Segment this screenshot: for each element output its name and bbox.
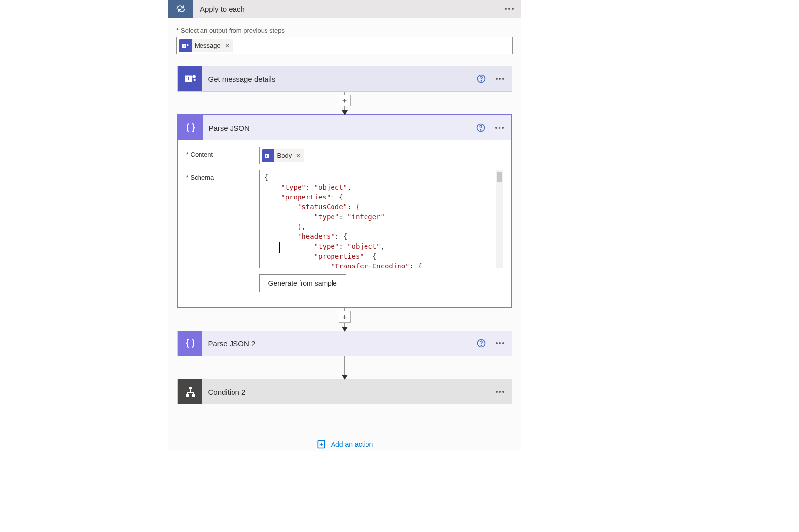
svg-point-16 [480, 130, 481, 130]
svg-point-17 [495, 127, 497, 129]
parse-json-icon [178, 115, 203, 140]
svg-point-23 [481, 345, 481, 346]
parse-json-2-card[interactable]: Parse JSON 2 [177, 331, 512, 356]
help-button[interactable] [474, 72, 488, 86]
svg-point-30 [496, 391, 498, 393]
teams-icon: T [178, 66, 202, 91]
loop-icon [168, 0, 193, 18]
condition-icon [178, 379, 202, 404]
condition-2-title: Condition 2 [202, 388, 493, 396]
schema-label: *Schema [186, 170, 259, 181]
svg-point-19 [502, 127, 504, 129]
content-label: *Content [186, 147, 259, 158]
svg-point-14 [502, 78, 504, 80]
parse-json-icon [178, 331, 202, 356]
svg-point-5 [187, 44, 189, 46]
content-input[interactable]: T Body ✕ [259, 147, 503, 164]
get-message-details-card[interactable]: T Get message details [177, 66, 512, 92]
svg-point-25 [499, 342, 501, 344]
svg-point-8 [192, 75, 196, 78]
body-token-remove[interactable]: ✕ [295, 152, 301, 159]
schema-textarea[interactable]: { "type": "object", "properties": { "sta… [259, 170, 503, 268]
svg-text:T: T [183, 44, 185, 47]
svg-rect-28 [186, 394, 189, 397]
add-an-action-button[interactable]: Add an action [168, 434, 521, 451]
message-token-remove[interactable]: ✕ [224, 42, 231, 49]
select-output-input[interactable]: T Message ✕ [176, 37, 513, 54]
svg-point-24 [496, 342, 498, 344]
help-button[interactable] [474, 336, 488, 350]
message-token-label: Message [195, 42, 221, 49]
svg-point-0 [505, 8, 507, 10]
apply-to-each-title: Apply to each [193, 5, 498, 13]
get-message-details-title: Get message details [202, 75, 474, 83]
insert-step-button[interactable]: ＋ [339, 311, 351, 323]
more-button[interactable] [493, 72, 507, 86]
svg-point-18 [499, 127, 500, 129]
help-button[interactable] [474, 121, 488, 134]
svg-point-11 [481, 81, 481, 81]
parse-json-title: Parse JSON [203, 124, 474, 132]
apply-to-each-body: *Select an output from previous steps T … [168, 18, 521, 451]
connector: ＋ [177, 308, 512, 331]
svg-point-26 [502, 342, 504, 344]
insert-step-button[interactable]: ＋ [339, 95, 351, 106]
connector [177, 356, 512, 379]
svg-text:T: T [266, 154, 268, 157]
teams-icon: T [179, 39, 192, 52]
teams-icon: T [262, 149, 274, 162]
svg-point-13 [499, 78, 501, 80]
select-output-label: *Select an output from previous steps [176, 27, 513, 34]
svg-point-31 [499, 391, 501, 393]
svg-text:T: T [186, 75, 190, 81]
connector: ＋ [177, 92, 512, 114]
body-token[interactable]: T Body ✕ [262, 149, 305, 162]
svg-point-12 [496, 78, 498, 80]
parse-json-2-title: Parse JSON 2 [202, 339, 474, 348]
parse-json-card[interactable]: Parse JSON *Content [177, 114, 512, 308]
body-token-label: Body [277, 152, 292, 159]
apply-to-each-more-button[interactable] [498, 0, 521, 18]
svg-point-9 [193, 79, 195, 81]
flow-canvas: Apply to each *Select an output from pre… [0, 0, 799, 532]
more-button[interactable] [493, 385, 507, 399]
svg-rect-27 [189, 387, 192, 389]
apply-to-each-header[interactable]: Apply to each [168, 0, 521, 18]
text-cursor [279, 242, 280, 253]
svg-rect-29 [192, 394, 195, 397]
message-token[interactable]: T Message ✕ [179, 39, 233, 52]
more-button[interactable] [493, 121, 506, 134]
svg-point-2 [512, 8, 514, 10]
add-an-action-label: Add an action [331, 440, 373, 448]
scrollbar[interactable] [496, 170, 503, 268]
condition-2-card[interactable]: Condition 2 [177, 379, 512, 404]
generate-from-sample-button[interactable]: Generate from sample [259, 274, 346, 292]
more-button[interactable] [493, 336, 507, 350]
svg-point-1 [508, 8, 510, 10]
svg-point-32 [502, 391, 504, 393]
